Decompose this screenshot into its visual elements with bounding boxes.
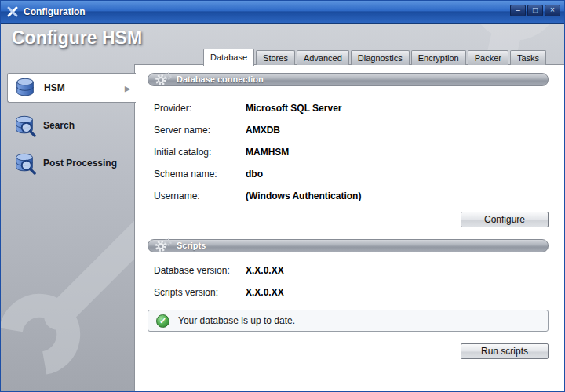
selected-arrow-icon: ▶ bbox=[125, 85, 130, 93]
sidebar-item-label: Post Processing bbox=[43, 158, 117, 169]
field-label: Schema name: bbox=[154, 169, 246, 180]
field-value: AMXDB bbox=[246, 125, 280, 136]
tab-stores[interactable]: Stores bbox=[256, 50, 295, 65]
window-title: Configuration bbox=[24, 6, 86, 17]
sidebar-item-label: Search bbox=[43, 120, 75, 131]
field-server-name: Server name:AMXDB bbox=[154, 125, 280, 136]
database-connection-section-header: Database connection bbox=[148, 73, 549, 86]
field-value: X.X.0.XX bbox=[246, 265, 284, 276]
app-tools-icon bbox=[6, 5, 19, 18]
close-button[interactable]: × bbox=[545, 5, 560, 16]
field-value: X.X.0.XX bbox=[246, 287, 284, 298]
maximize-button[interactable]: □ bbox=[527, 5, 543, 16]
check-icon: ✓ bbox=[156, 314, 170, 328]
field-label: Provider: bbox=[154, 103, 246, 114]
field-value: MAMHSM bbox=[246, 147, 289, 158]
field-label: Server name: bbox=[154, 125, 246, 136]
configure-button[interactable]: Configure bbox=[461, 212, 549, 227]
section-title: Database connection bbox=[177, 74, 264, 84]
database-status-box: ✓ Your database is up to date. bbox=[148, 310, 549, 332]
title-bar: Configuration – □ × bbox=[1, 1, 564, 24]
status-message: Your database is up to date. bbox=[178, 315, 295, 326]
field-provider: Provider:Microsoft SQL Server bbox=[154, 103, 341, 114]
tab-strip: Database Stores Advanced Diagnostics Enc… bbox=[203, 48, 546, 65]
window-controls: – □ × bbox=[510, 5, 560, 16]
field-initial-catalog: Initial catalog:MAMHSM bbox=[154, 147, 289, 158]
field-value: Microsoft SQL Server bbox=[246, 103, 341, 114]
field-database-version: Database version:X.X.0.XX bbox=[154, 265, 284, 276]
section-title: Scripts bbox=[177, 241, 206, 250]
configuration-window: Configuration – □ × Configure HSM Databa… bbox=[0, 0, 565, 392]
tab-database[interactable]: Database bbox=[203, 49, 254, 66]
page-title: Configure HSM bbox=[12, 27, 142, 49]
field-value: dbo bbox=[246, 169, 263, 180]
database-search-icon bbox=[13, 114, 36, 137]
tab-advanced[interactable]: Advanced bbox=[297, 50, 349, 65]
sidebar-item-post-processing[interactable]: Post Processing bbox=[7, 148, 136, 178]
field-label: Database version: bbox=[154, 265, 246, 276]
tab-diagnostics[interactable]: Diagnostics bbox=[351, 50, 410, 65]
database-process-icon bbox=[13, 151, 36, 175]
tab-packer[interactable]: Packer bbox=[468, 50, 508, 65]
sidebar-item-label: HSM bbox=[44, 82, 65, 93]
gear-icon bbox=[154, 71, 173, 89]
content-panel: Database connection Provider:Microsoft S… bbox=[134, 64, 564, 391]
field-schema-name: Schema name:dbo bbox=[154, 169, 263, 180]
minimize-button[interactable]: – bbox=[510, 5, 526, 16]
tab-tasks[interactable]: Tasks bbox=[510, 50, 546, 65]
run-scripts-button[interactable]: Run scripts bbox=[461, 343, 549, 359]
field-value: (Windows Authentication) bbox=[246, 191, 361, 201]
database-icon bbox=[13, 76, 37, 100]
field-label: Initial catalog: bbox=[154, 147, 246, 158]
field-username: Username:(Windows Authentication) bbox=[154, 191, 361, 201]
field-label: Username: bbox=[154, 191, 246, 201]
sidebar-item-search[interactable]: Search bbox=[7, 111, 136, 140]
scripts-section-header: Scripts bbox=[148, 239, 549, 252]
field-scripts-version: Scripts version:X.X.0.XX bbox=[154, 287, 284, 298]
field-label: Scripts version: bbox=[154, 287, 246, 298]
sidebar-item-hsm[interactable]: HSM ▶ bbox=[7, 73, 136, 103]
gear-icon bbox=[154, 238, 173, 255]
tab-encryption[interactable]: Encryption bbox=[411, 50, 466, 65]
